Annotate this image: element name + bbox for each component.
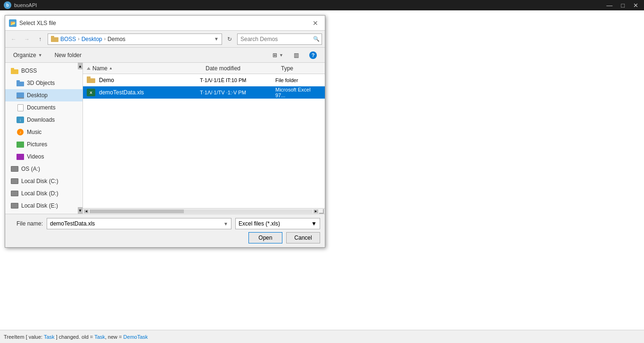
status-new: DemoTask [124, 334, 148, 340]
sidebar-label-downloads: Downloads [27, 117, 55, 123]
dialog-icon: 📂 [9, 19, 17, 27]
col-header-date[interactable]: Date modified [206, 65, 281, 72]
sidebar-scroll-up[interactable]: ▲ [78, 63, 83, 69]
address-bar[interactable]: BOSS › Desktop › Demos ▼ [48, 33, 222, 45]
sidebar-item-local-c[interactable]: Local Disk (C:) [5, 175, 83, 187]
sidebar-item-local-e[interactable]: Local Disk (E:) [5, 200, 83, 212]
sidebar: ▲ BOSS [5, 63, 83, 214]
file-type-xls: Microsoft Excel 97... [275, 87, 321, 98]
dialog-close-button[interactable]: ✕ [310, 17, 321, 29]
help-button[interactable]: ? [305, 50, 321, 61]
sidebar-item-music[interactable]: ♪ Music [5, 126, 83, 138]
sidebar-item-documents[interactable]: Documents [5, 101, 83, 114]
help-icon: ? [309, 51, 317, 59]
new-folder-button[interactable]: New folder [50, 50, 86, 60]
address-sep-2: › [104, 36, 106, 42]
dialog-title: Select XLS file [19, 20, 307, 26]
view-dropdown-arrow: ▼ [279, 53, 283, 58]
sidebar-label-local-d: Local Disk (D:) [21, 190, 58, 197]
desktop-icon [17, 92, 24, 99]
table-row[interactable]: Demo T·1Λ/·1/1È IT:10 PM File folder [83, 74, 325, 86]
search-input[interactable] [240, 36, 311, 42]
sidebar-label-videos: Videos [27, 153, 44, 160]
dialog-navbar: ← → ↑ BOSS › Desktop › Demos ▼ ↻ [5, 31, 325, 48]
file-dialog: 📂 Select XLS file ✕ ← → ↑ BOSS › Desktop… [5, 15, 325, 248]
drive-a-icon [11, 165, 18, 173]
col-header-name[interactable]: Name ▲ [92, 65, 206, 72]
sidebar-label-3d: 3D Objects [27, 80, 55, 86]
sidebar-item-desktop[interactable]: Desktop [5, 89, 83, 101]
folder-boss-icon [11, 67, 18, 75]
sidebar-item-videos[interactable]: Videos [5, 151, 83, 163]
sidebar-item-3d-objects[interactable]: 3D Objects [5, 77, 83, 89]
videos-icon [17, 153, 24, 160]
refresh-button[interactable]: ↻ [224, 33, 235, 45]
view-button[interactable]: ⊞ ▼ [268, 50, 288, 61]
pane-button[interactable]: ▥ [289, 50, 303, 61]
address-crumb-boss[interactable]: BOSS [60, 36, 76, 42]
sidebar-label-pictures: Pictures [27, 141, 47, 148]
maximize-button[interactable]: □ [619, 2, 627, 9]
filename-row: File name: demoTestData.xls ▼ Excel file… [10, 218, 320, 229]
sidebar-item-pictures[interactable]: Pictures [5, 138, 83, 151]
music-icon: ♪ [17, 128, 24, 136]
status-value-old: Task [44, 334, 55, 340]
organize-label: Organize [13, 52, 36, 59]
app-area: 📂 Select XLS file ✕ ← → ↑ BOSS › Desktop… [0, 10, 644, 343]
file-name-dropdown-arrow[interactable]: ▼ [223, 221, 228, 226]
address-folder-icon [51, 35, 58, 43]
sidebar-item-boss[interactable]: BOSS [5, 65, 83, 77]
address-sep-1: › [78, 36, 79, 42]
sidebar-scroll-down[interactable]: ▼ [78, 207, 83, 214]
file-name-demo: Demo [99, 77, 200, 84]
table-row[interactable]: X demoTestData.xls T·1Λ/·1/TV ·1:·V PM M… [83, 86, 325, 99]
col-header-type[interactable]: Type [281, 65, 321, 72]
open-button[interactable]: Open [248, 232, 282, 243]
address-dropdown-arrow[interactable]: ▼ [214, 36, 219, 42]
dialog-buttons: Open Cancel [10, 232, 320, 243]
close-button[interactable]: ✕ [631, 2, 640, 9]
app-icon: b [4, 1, 11, 9]
view-icon: ⊞ [272, 52, 277, 59]
scroll-right-button[interactable]: ► [314, 209, 318, 213]
taskbar-controls: — □ ✕ [604, 2, 640, 9]
status-text: TreeItem [ value: Task ] changed. old = … [4, 334, 148, 340]
sidebar-label-desktop: Desktop [27, 92, 48, 99]
drive-c-icon [11, 177, 18, 185]
file-list-area: Name ▲ Date modified Type [83, 63, 325, 214]
folder-icon [87, 76, 96, 84]
address-crumb-desktop[interactable]: Desktop [82, 36, 102, 42]
scroll-left-button[interactable]: ◄ [84, 209, 89, 213]
toolbar-right: ⊞ ▼ ▥ ? [268, 50, 321, 61]
file-name-label: File name: [10, 220, 43, 227]
forward-button[interactable]: → [21, 33, 33, 45]
file-name-input[interactable]: demoTestData.xls ▼ [47, 218, 231, 229]
resize-handle[interactable] [319, 209, 324, 214]
cancel-button[interactable]: Cancel [286, 232, 320, 243]
scroll-track[interactable] [90, 209, 313, 213]
sidebar-label-music: Music [27, 129, 41, 135]
scroll-thumb[interactable] [90, 209, 184, 213]
file-date-xls: T·1Λ/·1/TV ·1:·V PM [200, 90, 275, 95]
sidebar-label-documents: Documents [27, 104, 56, 111]
sidebar-item-os-a[interactable]: OS (A:) [5, 163, 83, 175]
back-button[interactable]: ← [8, 33, 19, 45]
sort-icon: ▲ [109, 66, 113, 70]
up-button[interactable]: ↑ [34, 33, 46, 45]
dialog-titlebar: 📂 Select XLS file ✕ [5, 16, 325, 31]
search-bar[interactable]: 🔍 [237, 33, 322, 45]
file-type-select[interactable]: Excel files (*.xls) ▼ [235, 218, 320, 229]
new-folder-label: New folder [55, 52, 82, 59]
documents-icon [17, 104, 24, 111]
minimize-button[interactable]: — [604, 2, 614, 9]
search-icon[interactable]: 🔍 [313, 36, 320, 42]
sidebar-item-local-d[interactable]: Local Disk (D:) [5, 187, 83, 200]
dialog-toolbar: Organize ▼ New folder ⊞ ▼ ▥ ? [5, 48, 325, 63]
sidebar-label-local-e: Local Disk (E:) [21, 202, 58, 209]
pane-icon: ▥ [294, 52, 299, 59]
sidebar-item-downloads[interactable]: ↓ Downloads [5, 114, 83, 126]
sort-collapse-icon[interactable] [87, 67, 91, 70]
organize-button[interactable]: Organize ▼ [9, 50, 47, 60]
file-type-value: Excel files (*.xls) [239, 220, 280, 227]
file-type-demo: File folder [275, 77, 321, 83]
